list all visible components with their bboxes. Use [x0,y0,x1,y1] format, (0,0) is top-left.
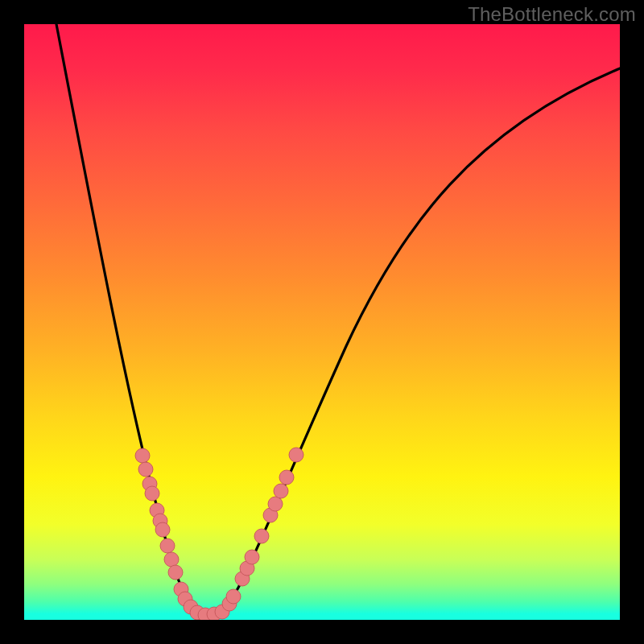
curve-dot [268,497,283,511]
curve-dot [274,484,288,498]
curve-dot [254,529,269,543]
curve-dot [135,448,150,463]
curve-dots-group [135,448,303,620]
curve-dot [245,550,259,564]
curve-dot [160,539,175,553]
curve-dot [138,462,153,477]
curve-dot [164,552,179,567]
chart-stage: TheBottleneck.com [0,0,644,644]
curve-dot [155,522,170,537]
curve-dot [145,486,159,501]
curve-dot [226,589,241,604]
curve-dot [279,470,294,485]
bottleneck-curve [56,24,620,615]
curve-layer [24,24,620,620]
plot-area [24,24,620,620]
watermark-text: TheBottleneck.com [468,3,636,26]
curve-dot [168,565,183,580]
curve-dot [289,448,303,462]
